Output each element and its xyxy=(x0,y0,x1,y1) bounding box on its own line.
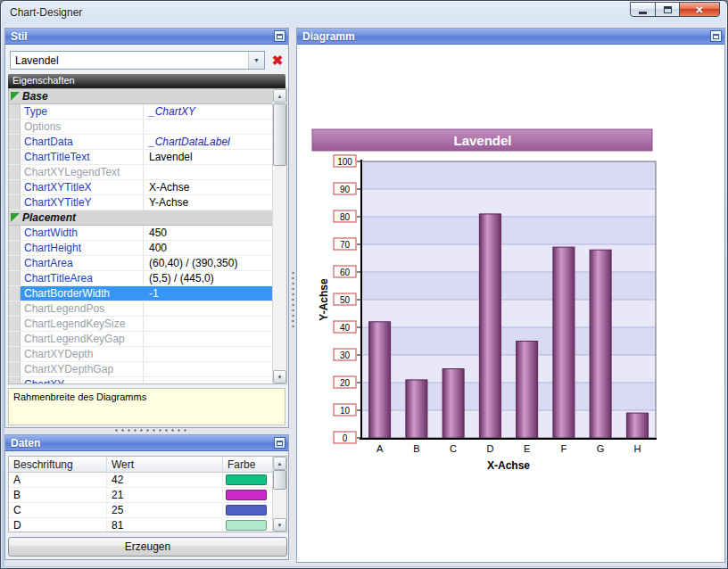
property-row[interactable]: ChartXY… xyxy=(9,377,272,383)
daten-color-cell xyxy=(223,488,272,502)
svg-text:H: H xyxy=(633,443,641,454)
property-name: ChartLegendKeySize xyxy=(21,317,143,331)
property-name: Type xyxy=(21,104,143,119)
delete-style-button[interactable]: ✖ xyxy=(268,51,287,70)
property-name: ChartWidth xyxy=(21,226,143,240)
properties-header: Eigenschaften xyxy=(8,74,285,88)
collapse-stil-button[interactable] xyxy=(274,30,285,42)
property-name: ChartTitleText xyxy=(21,150,143,164)
row-margin xyxy=(9,377,21,383)
property-value: -1 xyxy=(143,286,272,301)
property-row[interactable]: ChartWidth450 xyxy=(9,226,272,241)
daten-row[interactable]: A42 xyxy=(9,473,272,488)
generate-button[interactable]: Erzeugen xyxy=(8,537,287,557)
property-name: ChartData xyxy=(21,135,143,149)
property-name: ChartXYTitleY xyxy=(21,195,143,210)
scroll-up-icon: ▲ xyxy=(277,461,283,466)
property-row[interactable]: ChartXYLegendText xyxy=(9,165,272,180)
row-margin xyxy=(9,286,21,301)
maximize-icon xyxy=(664,6,672,13)
property-value xyxy=(143,301,272,316)
daten-row[interactable]: D81 xyxy=(9,518,272,532)
property-row[interactable]: ChartLegendKeyGap xyxy=(9,332,272,347)
property-row[interactable]: ChartXYDepthGap xyxy=(9,362,272,377)
property-row[interactable]: ChartXYTitleXX-Achse xyxy=(9,180,272,195)
property-value xyxy=(143,165,272,179)
titlebar[interactable]: Chart-Designer × xyxy=(1,1,727,24)
close-button[interactable]: × xyxy=(679,2,720,17)
property-row[interactable]: ChartTitleTextLavendel xyxy=(9,150,272,165)
row-margin xyxy=(9,180,21,194)
svg-text:30: 30 xyxy=(340,350,351,360)
color-swatch[interactable] xyxy=(226,520,267,531)
horizontal-splitter[interactable] xyxy=(113,428,188,433)
column-header-farbe[interactable]: Farbe xyxy=(223,457,272,472)
daten-value: 42 xyxy=(107,473,223,487)
row-margin xyxy=(9,362,21,376)
property-value xyxy=(143,332,272,346)
scroll-up-icon: ▲ xyxy=(277,94,283,99)
daten-label: C xyxy=(9,503,107,517)
daten-value: 21 xyxy=(107,488,223,502)
chart-image: Lavendel0102030405060708090100ABCDEFGHX-… xyxy=(308,126,709,482)
daten-label: D xyxy=(9,518,107,532)
row-margin xyxy=(9,150,21,164)
column-header-beschriftung[interactable]: Beschriftung xyxy=(9,457,107,472)
row-margin xyxy=(9,104,21,119)
property-row[interactable]: ChartLegendKeySize xyxy=(9,317,272,332)
property-row[interactable]: ChartXYTitleYY-Achse xyxy=(9,195,272,210)
scrollbar-thumb[interactable] xyxy=(273,470,286,490)
collapse-icon xyxy=(277,34,283,39)
daten-row[interactable]: C25 xyxy=(9,503,272,518)
maximize-button[interactable] xyxy=(655,2,680,17)
color-swatch[interactable] xyxy=(226,490,267,500)
property-value xyxy=(143,362,272,376)
property-row[interactable]: ChartHeight400 xyxy=(9,241,272,256)
scroll-up-button[interactable]: ▲ xyxy=(273,457,286,470)
property-grid-scrollbar[interactable]: ▲ ▼ xyxy=(272,89,286,383)
property-name: ChartTitleArea xyxy=(21,271,143,285)
property-row[interactable]: ChartXYDepth xyxy=(9,347,272,362)
scroll-up-button[interactable]: ▲ xyxy=(273,89,286,103)
property-value: (5,5) / (445,0) xyxy=(143,271,272,285)
property-value xyxy=(143,317,272,331)
vertical-splitter[interactable] xyxy=(291,270,295,329)
property-row[interactable]: Options xyxy=(9,120,272,135)
combobox-dropdown-button[interactable]: ▼ xyxy=(248,52,264,69)
svg-text:10: 10 xyxy=(340,406,351,416)
property-category-row[interactable]: Base xyxy=(9,89,272,104)
svg-text:Lavendel: Lavendel xyxy=(453,133,511,148)
daten-row[interactable]: B21 xyxy=(9,488,272,503)
daten-panel-title: Daten xyxy=(11,437,40,449)
row-margin xyxy=(9,256,21,270)
scroll-down-button[interactable]: ▼ xyxy=(273,518,286,532)
property-row[interactable]: Type_ChartXY xyxy=(9,104,272,120)
row-margin xyxy=(9,332,21,346)
collapse-diagramm-button[interactable] xyxy=(710,30,722,42)
chevron-down-icon: ▼ xyxy=(253,57,260,63)
property-row[interactable]: ChartArea(60,40) / (390,350) xyxy=(9,256,272,271)
scroll-down-icon: ▼ xyxy=(277,375,283,380)
minimize-button[interactable] xyxy=(630,2,656,17)
daten-label: A xyxy=(9,473,107,487)
property-row[interactable]: ChartData_ChartDataLabel xyxy=(9,135,272,150)
property-value: (60,40) / (390,350) xyxy=(143,256,272,270)
property-row[interactable]: ChartTitleArea(5,5) / (445,0) xyxy=(9,271,272,286)
style-combobox[interactable]: Lavendel ▼ xyxy=(10,51,265,70)
daten-scrollbar[interactable]: ▲ ▼ xyxy=(272,457,286,532)
svg-text:60: 60 xyxy=(340,268,351,277)
property-name: ChartXYTitleX xyxy=(21,180,143,194)
property-category-row[interactable]: Placement xyxy=(9,210,272,226)
svg-text:100: 100 xyxy=(337,157,352,167)
property-value: Lavendel xyxy=(143,150,272,164)
color-swatch[interactable] xyxy=(226,474,267,485)
property-row[interactable]: ChartLegendPos xyxy=(9,301,272,317)
daten-label: B xyxy=(9,488,107,502)
property-row[interactable]: ChartBorderWidth-1 xyxy=(9,286,272,301)
collapse-daten-button[interactable] xyxy=(274,437,285,449)
scroll-down-button[interactable]: ▼ xyxy=(273,370,286,383)
column-header-wert[interactable]: Wert xyxy=(107,457,223,472)
scrollbar-thumb[interactable] xyxy=(273,103,286,166)
property-value xyxy=(143,377,272,383)
color-swatch[interactable] xyxy=(226,505,267,515)
